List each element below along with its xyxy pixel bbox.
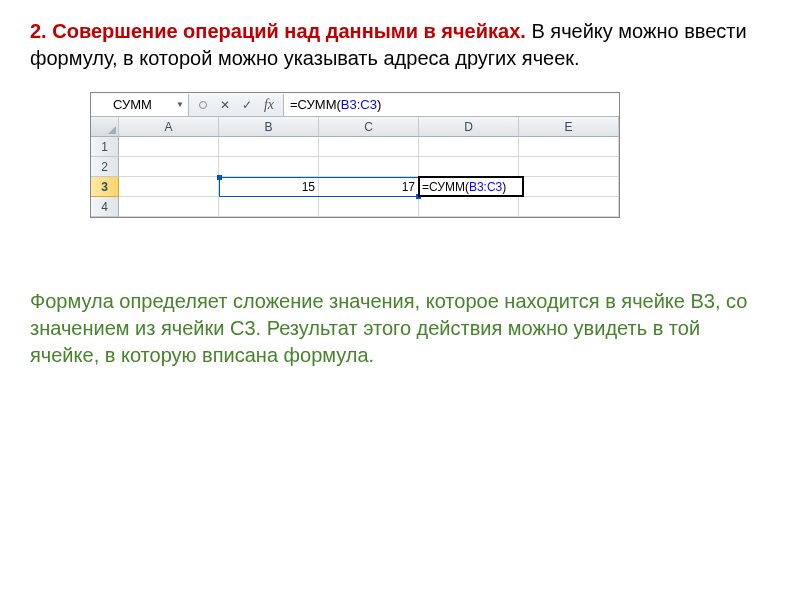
cell-B2[interactable] bbox=[219, 157, 319, 177]
cell-B4[interactable] bbox=[219, 197, 319, 217]
fx-icon[interactable]: fx bbox=[259, 96, 279, 114]
cancel-icon[interactable]: ✕ bbox=[215, 96, 235, 114]
cell-A1[interactable] bbox=[119, 137, 219, 157]
name-box[interactable]: СУММ ▼ bbox=[91, 94, 189, 116]
cell-E2[interactable] bbox=[519, 157, 619, 177]
row-header-3[interactable]: 3 bbox=[91, 177, 119, 197]
cell-E3[interactable] bbox=[519, 177, 619, 197]
cell-B1[interactable] bbox=[219, 137, 319, 157]
expand-icon[interactable] bbox=[193, 96, 213, 114]
row-header-4[interactable]: 4 bbox=[91, 197, 119, 217]
selection-handle-tl bbox=[217, 175, 222, 180]
cell-D1[interactable] bbox=[419, 137, 519, 157]
cell-A3[interactable] bbox=[119, 177, 219, 197]
cell-E4[interactable] bbox=[519, 197, 619, 217]
name-box-value: СУММ bbox=[113, 97, 152, 112]
name-box-dropdown-icon[interactable]: ▼ bbox=[174, 97, 186, 113]
selection-handle-br bbox=[416, 194, 421, 199]
formula-suffix: ) bbox=[377, 97, 381, 112]
cell-D4[interactable] bbox=[419, 197, 519, 217]
enter-icon[interactable]: ✓ bbox=[237, 96, 257, 114]
cell-D2[interactable] bbox=[419, 157, 519, 177]
cell-D3[interactable] bbox=[419, 177, 519, 197]
cell-C3[interactable]: 17 bbox=[319, 177, 419, 197]
cell-A4[interactable] bbox=[119, 197, 219, 217]
col-header-A[interactable]: A bbox=[119, 117, 219, 137]
excel-screenshot: СУММ ▼ ✕ ✓ fx =СУММ(B3:C3) A B C D E 1 bbox=[90, 92, 620, 218]
slide-heading: 2. Совершение операций над данными в яче… bbox=[30, 18, 770, 72]
col-header-C[interactable]: C bbox=[319, 117, 419, 137]
cell-B3[interactable]: 15 bbox=[219, 177, 319, 197]
col-header-D[interactable]: D bbox=[419, 117, 519, 137]
col-header-E[interactable]: E bbox=[519, 117, 619, 137]
slide-caption: Формула определяет сложение значения, ко… bbox=[30, 288, 770, 369]
col-header-B[interactable]: B bbox=[219, 117, 319, 137]
heading-title: 2. Совершение операций над данными в яче… bbox=[30, 20, 526, 42]
row-header-2[interactable]: 2 bbox=[91, 157, 119, 177]
cell-C1[interactable] bbox=[319, 137, 419, 157]
cell-A2[interactable] bbox=[119, 157, 219, 177]
cell-C4[interactable] bbox=[319, 197, 419, 217]
spreadsheet-grid: A B C D E 1 2 3 15 17 bbox=[91, 117, 619, 217]
cell-C2[interactable] bbox=[319, 157, 419, 177]
formula-bar: СУММ ▼ ✕ ✓ fx =СУММ(B3:C3) bbox=[91, 93, 619, 117]
row-header-1[interactable]: 1 bbox=[91, 137, 119, 157]
select-all-corner[interactable] bbox=[91, 117, 119, 137]
formula-input[interactable]: =СУММ(B3:C3) bbox=[283, 94, 619, 116]
formula-prefix: =СУММ( bbox=[290, 97, 341, 112]
formula-arg: B3:C3 bbox=[341, 97, 377, 112]
formula-bar-buttons: ✕ ✓ fx bbox=[189, 96, 283, 114]
cell-E1[interactable] bbox=[519, 137, 619, 157]
